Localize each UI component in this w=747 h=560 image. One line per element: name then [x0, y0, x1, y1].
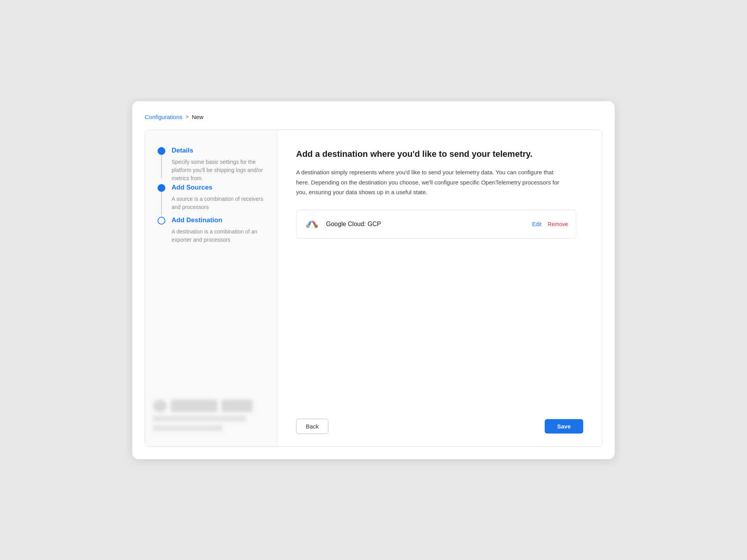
step-item-sources: Add Sources A source is a combination of…	[158, 183, 265, 215]
destination-remove-button[interactable]: Remove	[548, 221, 568, 227]
step-connector-destination	[158, 215, 165, 225]
breadcrumb-current: New	[192, 114, 203, 120]
spacer	[296, 239, 583, 409]
step-line-2	[161, 192, 162, 215]
save-button[interactable]: Save	[545, 419, 583, 434]
step-title-sources[interactable]: Add Sources	[172, 183, 265, 192]
destination-card: Google Cloud: GCP Edit Remove	[296, 210, 576, 239]
destination-edit-button[interactable]: Edit	[532, 221, 542, 227]
breadcrumb: Configurations > New	[145, 114, 602, 120]
step-content-details: Details Specify some basic settings for …	[172, 146, 265, 183]
destination-name: Google Cloud: GCP	[326, 221, 532, 228]
step-description-destination: A destination is a combination of an exp…	[172, 228, 265, 244]
right-panel: Add a destination where you'd like to se…	[277, 130, 602, 446]
breadcrumb-configurations-link[interactable]: Configurations	[145, 114, 182, 120]
step-content-destination: Add Destination A destination is a combi…	[172, 215, 265, 244]
panel-description: A destination simply represents where yo…	[296, 167, 561, 197]
step-connector-sources	[158, 183, 165, 215]
step-content-sources: Add Sources A source is a combination of…	[172, 183, 265, 211]
bottom-actions: Back Save	[296, 409, 583, 434]
step-item-details: Details Specify some basic settings for …	[158, 146, 265, 183]
stepper-sidebar: Details Specify some basic settings for …	[145, 130, 277, 446]
step-connector-details	[158, 146, 165, 178]
step-dot-details	[158, 147, 165, 155]
step-item-destination: Add Destination A destination is a combi…	[158, 215, 265, 244]
breadcrumb-separator: >	[186, 114, 189, 120]
step-dot-destination	[158, 217, 165, 225]
step-description-details: Specify some basic settings for the plat…	[172, 158, 265, 183]
step-line-1	[161, 155, 162, 178]
back-button[interactable]: Back	[296, 419, 328, 434]
gcp-icon	[304, 216, 320, 232]
step-dot-sources	[158, 184, 165, 192]
step-title-details[interactable]: Details	[172, 146, 265, 155]
panel-title: Add a destination where you'd like to se…	[296, 149, 583, 160]
step-title-destination[interactable]: Add Destination	[172, 216, 265, 225]
step-list: Details Specify some basic settings for …	[158, 146, 265, 431]
main-content-area: Details Specify some basic settings for …	[145, 130, 602, 447]
main-card: Configurations > New Details Specify som…	[132, 101, 615, 459]
step-description-sources: A source is a combination of receivers a…	[172, 195, 265, 211]
sidebar-blur-decoration	[153, 400, 269, 439]
